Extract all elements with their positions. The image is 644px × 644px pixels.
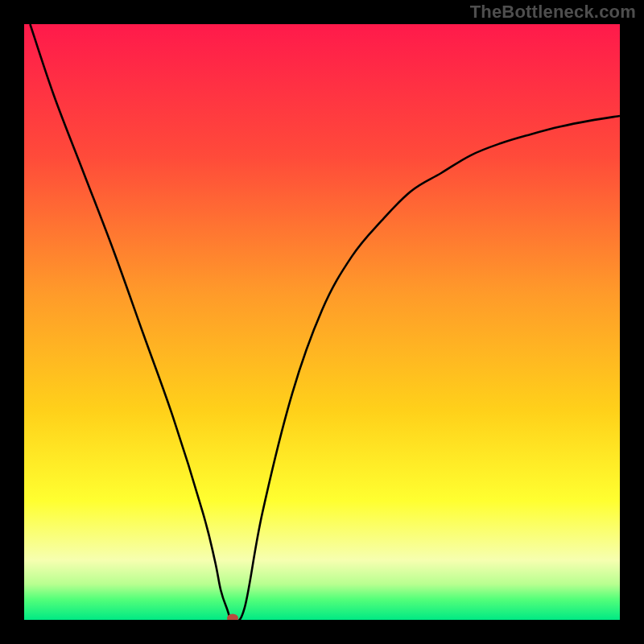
- gradient-background: [24, 24, 620, 620]
- plot-area: [24, 24, 620, 620]
- chart-container: TheBottleneck.com: [0, 0, 644, 644]
- watermark-text: TheBottleneck.com: [470, 2, 636, 23]
- chart-svg: [24, 24, 620, 620]
